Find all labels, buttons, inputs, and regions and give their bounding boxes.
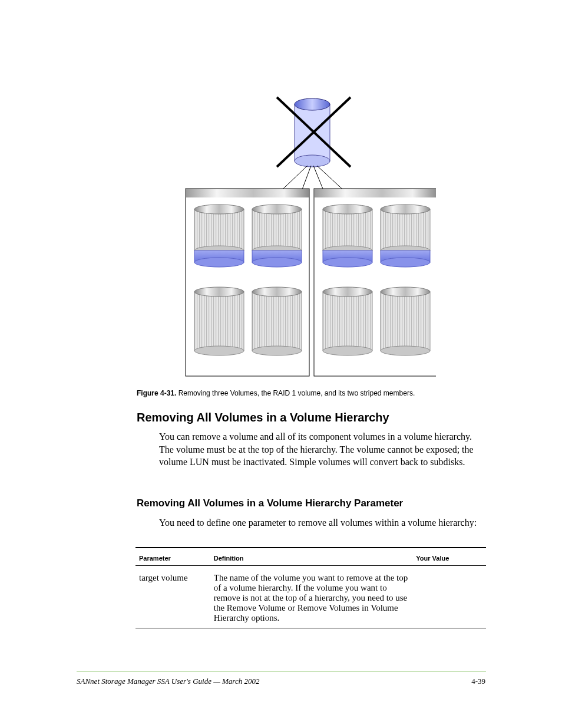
svg-rect-18 bbox=[252, 209, 302, 251]
figure-caption-prefix: Figure 4-31. bbox=[137, 389, 176, 397]
svg-point-35 bbox=[194, 346, 244, 355]
svg-rect-36 bbox=[252, 292, 302, 351]
svg-point-4 bbox=[295, 155, 330, 167]
svg-point-37 bbox=[252, 287, 302, 297]
svg-point-41 bbox=[323, 346, 372, 355]
barrel bbox=[194, 287, 244, 355]
footer-left: SANnet Storage Manager SSA User's Guide … bbox=[77, 677, 259, 686]
svg-rect-28 bbox=[381, 209, 430, 251]
barrel bbox=[381, 287, 430, 355]
table-cell-value bbox=[412, 569, 486, 628]
diagram bbox=[177, 91, 436, 380]
svg-rect-12 bbox=[315, 189, 436, 197]
sub-heading: Removing All Volumes in a Volume Hierarc… bbox=[137, 498, 403, 509]
svg-point-27 bbox=[323, 258, 372, 267]
barrel bbox=[323, 205, 372, 267]
svg-point-29 bbox=[381, 205, 430, 214]
svg-point-22 bbox=[252, 258, 302, 267]
svg-point-43 bbox=[381, 287, 430, 297]
svg-rect-42 bbox=[381, 292, 430, 351]
table-cell-definition: The name of the volume you want to remov… bbox=[210, 569, 413, 628]
svg-point-17 bbox=[194, 258, 244, 267]
svg-point-14 bbox=[194, 205, 244, 214]
barrel bbox=[252, 205, 302, 267]
svg-rect-10 bbox=[186, 189, 309, 197]
table-header-parameter: Parameter bbox=[135, 552, 210, 566]
table-header-value: Your Value bbox=[412, 552, 486, 566]
barrel bbox=[194, 205, 244, 267]
page: Figure 4-31. Removing three Volumes, the… bbox=[0, 0, 562, 728]
section-body: You can remove a volume and all of its c… bbox=[159, 430, 486, 469]
table-header-definition: Definition bbox=[210, 552, 413, 566]
svg-point-40 bbox=[323, 287, 372, 297]
svg-point-32 bbox=[381, 258, 430, 267]
svg-point-19 bbox=[252, 205, 302, 214]
footer-rule bbox=[77, 671, 486, 671]
table-cell-parameter: target volume bbox=[135, 569, 210, 628]
section-heading: Removing All Volumes in a Volume Hierarc… bbox=[137, 411, 389, 424]
footer-right: 4-39 bbox=[471, 677, 485, 686]
svg-rect-13 bbox=[194, 209, 244, 251]
svg-point-38 bbox=[252, 346, 302, 355]
diagram-svg bbox=[177, 91, 436, 380]
barrel bbox=[252, 287, 302, 355]
svg-rect-33 bbox=[194, 292, 244, 351]
figure-caption-text: Removing three Volumes, the RAID 1 volum… bbox=[178, 389, 415, 397]
svg-point-44 bbox=[381, 346, 430, 355]
figure-caption: Figure 4-31. Removing three Volumes, the… bbox=[137, 389, 487, 397]
sub-body: You need to define one parameter to remo… bbox=[159, 516, 486, 529]
svg-point-3 bbox=[295, 98, 330, 110]
barrel bbox=[381, 205, 430, 267]
parameter-table: Parameter Definition Your Value target v… bbox=[135, 547, 486, 628]
table-row: target volume The name of the volume you… bbox=[135, 569, 486, 628]
table-header-row: Parameter Definition Your Value bbox=[135, 552, 486, 566]
svg-rect-23 bbox=[323, 209, 372, 251]
svg-point-24 bbox=[323, 205, 372, 214]
svg-rect-39 bbox=[323, 292, 372, 351]
svg-point-34 bbox=[194, 287, 244, 297]
barrel bbox=[323, 287, 372, 355]
